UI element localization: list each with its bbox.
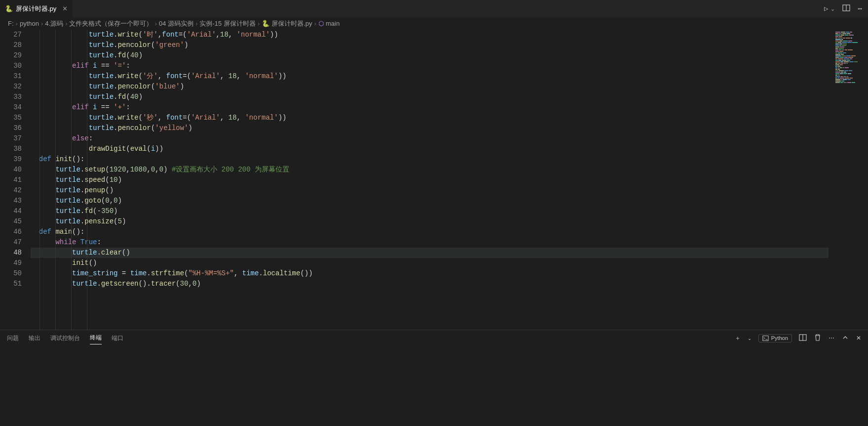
breadcrumb-item[interactable]: python	[20, 20, 39, 27]
maximize-panel-icon[interactable]	[841, 334, 849, 343]
panel-actions: ＋ ⌄ Python ⋯ ✕	[735, 334, 861, 343]
code-line[interactable]: turtle.fd(40)	[31, 92, 829, 102]
editor-toolbar: ▷ ⌄ ⋯	[824, 0, 868, 17]
code-line[interactable]: turtle.speed(10)	[31, 175, 829, 185]
python-file-icon: 🐍	[5, 5, 13, 12]
more-actions-icon[interactable]: ⋯	[858, 4, 862, 13]
code-line[interactable]: init()	[31, 258, 829, 268]
file-tab[interactable]: 🐍 屏保计时器.py ✕	[0, 0, 73, 17]
code-line[interactable]: turtle.pencolor('yellow')	[31, 123, 829, 133]
code-line[interactable]: turtle.pencolor('blue')	[31, 82, 829, 92]
chevron-right-icon: ›	[155, 20, 157, 27]
line-numbers: 2728293031323334353637383940414243444546…	[0, 30, 31, 330]
close-panel-icon[interactable]: ✕	[856, 335, 861, 341]
code-line[interactable]: turtle.penup()	[31, 185, 829, 196]
tab-filename: 屏保计时器.py	[16, 4, 56, 13]
chevron-right-icon: ›	[196, 20, 197, 27]
panel-tabs: 问题 输出 调试控制台 终端 端口 ＋ ⌄ Python ⋯ ✕	[0, 330, 868, 346]
chevron-right-icon: ›	[65, 20, 67, 27]
code-line[interactable]: turtle.pencolor('green')	[31, 40, 829, 50]
code-line[interactable]: turtle.getscreen().tracer(30,0)	[31, 279, 829, 289]
svg-rect-2	[763, 336, 768, 341]
breadcrumb-item[interactable]: 屏保计时器.py	[272, 19, 312, 28]
code-line[interactable]: drawDigit(eval(i))	[31, 144, 829, 154]
code-line[interactable]: turtle.setup(1920,1080,0,0) #设置画布大小 200 …	[31, 165, 829, 175]
run-dropdown-icon[interactable]: ⌄	[831, 6, 834, 12]
chevron-right-icon: ›	[314, 20, 316, 27]
split-editor-icon[interactable]	[842, 4, 850, 14]
run-button[interactable]: ▷	[824, 4, 828, 13]
code-line[interactable]: turtle.write('分', font=('Arial', 18, 'no…	[31, 71, 829, 82]
close-tab-icon[interactable]: ✕	[62, 5, 68, 12]
chevron-right-icon: ›	[41, 20, 43, 27]
tab-terminal[interactable]: 终端	[90, 332, 102, 344]
tab-problems[interactable]: 问题	[7, 332, 19, 344]
breadcrumb-item[interactable]: F:	[8, 20, 14, 27]
code-line[interactable]: elif i == '=':	[31, 61, 829, 71]
kill-terminal-icon[interactable]	[814, 334, 822, 343]
breadcrumb-item[interactable]: main	[326, 20, 340, 27]
split-terminal-icon[interactable]	[799, 334, 807, 343]
editor-tabs: 🐍 屏保计时器.py ✕ ▷ ⌄ ⋯	[0, 0, 868, 17]
chevron-right-icon: ›	[258, 20, 260, 27]
minimap-content	[835, 32, 865, 84]
breadcrumb-item[interactable]: 04 源码实例	[159, 19, 194, 28]
code-line[interactable]: def init():	[31, 154, 829, 165]
breadcrumb-item[interactable]: 文件夹格式（保存一个即可）	[69, 19, 153, 28]
code-line[interactable]: turtle.pensize(5)	[31, 216, 829, 227]
terminal-profile[interactable]: Python	[758, 334, 792, 342]
terminal-dropdown-icon[interactable]: ⌄	[748, 336, 751, 341]
code-line[interactable]: turtle.clear()	[31, 248, 829, 258]
bottom-panel: 问题 输出 调试控制台 终端 端口 ＋ ⌄ Python ⋯ ✕	[0, 330, 868, 426]
breadcrumb-item[interactable]: 4.源码	[45, 19, 63, 28]
code-editor[interactable]: 2728293031323334353637383940414243444546…	[0, 30, 868, 330]
terminal-body[interactable]	[0, 346, 868, 426]
code-line[interactable]: else:	[31, 133, 829, 144]
breadcrumb[interactable]: F:› python› 4.源码› 文件夹格式（保存一个即可）› 04 源码实例…	[0, 17, 868, 30]
code-content[interactable]: turtle.write('时',font=('Arial',18, 'norm…	[31, 30, 829, 330]
code-line[interactable]: turtle.write('秒', font=('Arial', 18, 'no…	[31, 113, 829, 123]
more-panel-actions-icon[interactable]: ⋯	[829, 335, 834, 341]
terminal-profile-label: Python	[771, 335, 788, 341]
python-file-icon: 🐍	[262, 20, 270, 27]
code-line[interactable]: turtle.goto(0,0)	[31, 196, 829, 206]
tab-debug-console[interactable]: 调试控制台	[50, 332, 80, 344]
code-line[interactable]: while True:	[31, 237, 829, 248]
breadcrumb-item[interactable]: 实例-15 屏保计时器	[199, 19, 255, 28]
code-line[interactable]: elif i == '+':	[31, 102, 829, 113]
code-line[interactable]: turtle.write('时',font=('Arial',18, 'norm…	[31, 30, 829, 40]
code-line[interactable]: turtle.fd(40)	[31, 50, 829, 61]
code-line[interactable]: def main():	[31, 227, 829, 237]
tab-output[interactable]: 输出	[29, 332, 40, 344]
code-line[interactable]: time_string = time.strftime("%H-%M=%S+",…	[31, 268, 829, 279]
chevron-right-icon: ›	[16, 20, 18, 27]
symbol-function-icon: ⬡	[318, 20, 324, 27]
tab-ports[interactable]: 端口	[112, 332, 123, 344]
minimap[interactable]	[829, 30, 868, 330]
code-line[interactable]: turtle.fd(-350)	[31, 206, 829, 216]
new-terminal-icon[interactable]: ＋	[735, 334, 741, 342]
